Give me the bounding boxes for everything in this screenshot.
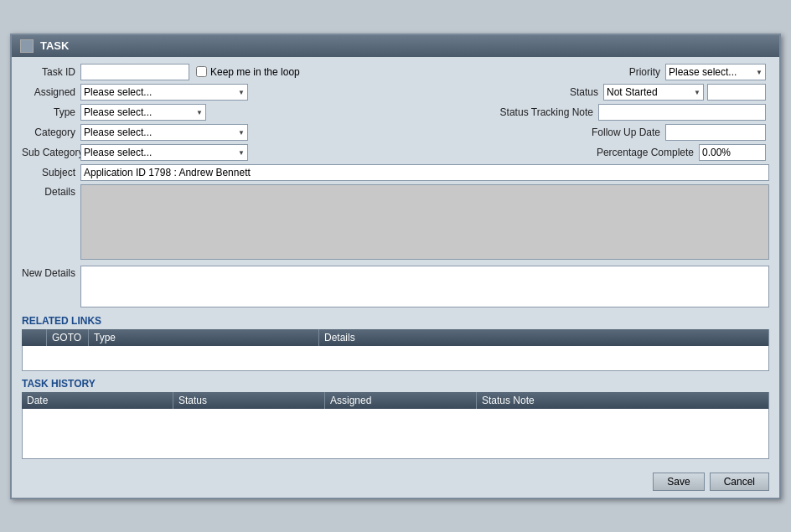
row-new-details: New Details: [22, 266, 769, 310]
form-body: Task ID Keep me in the loop Priority Ple…: [12, 57, 779, 466]
subject-input[interactable]: [80, 164, 769, 181]
details-label: Details: [22, 184, 80, 198]
new-details-label: New Details: [22, 266, 80, 279]
history-col-status: Status: [173, 392, 325, 409]
sub-category-select[interactable]: Please select...: [80, 144, 248, 161]
type-label: Type: [22, 106, 80, 118]
task-history-section-title: TASK HISTORY: [22, 378, 769, 390]
row-subcategory-percentage: Sub Category Please select... Percentage…: [22, 144, 769, 161]
cancel-button[interactable]: Cancel: [710, 473, 769, 491]
row-task-id-priority: Task ID Keep me in the loop Priority Ple…: [22, 64, 769, 80]
subject-label: Subject: [22, 167, 80, 178]
save-button[interactable]: Save: [653, 473, 704, 491]
type-select[interactable]: Please select...: [80, 104, 206, 121]
related-links-section-title: RELATED LINKS: [22, 315, 769, 327]
status-tracking-note-label: Status Tracking Note: [489, 106, 598, 118]
priority-label: Priority: [615, 66, 665, 78]
related-links-table: GOTO Type Details: [22, 329, 769, 371]
row-subject: Subject: [22, 164, 769, 181]
task-history-body: [22, 409, 769, 459]
task-window: TASK Task ID Keep me in the loop Priorit…: [10, 34, 781, 499]
status-label: Status: [553, 86, 603, 98]
row-assigned-status: Assigned Please select... Status Not Sta…: [22, 84, 769, 101]
follow-up-date-input[interactable]: [665, 124, 766, 141]
category-label: Category: [22, 127, 80, 138]
row-details: Details: [22, 184, 769, 262]
category-select[interactable]: Please select...: [80, 124, 248, 141]
status-tracking-note-input[interactable]: [598, 104, 766, 121]
sub-category-label: Sub Category: [22, 147, 80, 158]
related-links-col-2: Type: [89, 329, 319, 346]
percentage-complete-label: Percentage Complete: [590, 147, 699, 158]
task-history-header: Date Status Assigned Status Note: [22, 392, 769, 409]
status-extra-input[interactable]: [707, 84, 766, 101]
task-id-label: Task ID: [22, 66, 80, 78]
task-history-table: Date Status Assigned Status Note: [22, 392, 769, 459]
new-details-textarea[interactable]: [80, 266, 769, 307]
status-select[interactable]: Not Started: [603, 84, 704, 101]
history-col-status-note: Status Note: [477, 392, 769, 409]
window-title: TASK: [40, 39, 69, 52]
details-textarea[interactable]: [80, 184, 769, 260]
window-icon: [20, 39, 34, 53]
assigned-label: Assigned: [22, 86, 80, 98]
task-id-input[interactable]: [80, 64, 189, 80]
history-col-date: Date: [22, 392, 173, 409]
related-links-col-3: Details: [319, 329, 769, 346]
related-links-col-1: GOTO: [47, 329, 89, 346]
related-links-header: GOTO Type Details: [22, 329, 769, 346]
keep-in-loop-checkbox[interactable]: [196, 66, 207, 77]
keep-in-loop-label: Keep me in the loop: [210, 66, 300, 78]
footer: Save Cancel: [12, 466, 779, 498]
row-category-followup: Category Please select... Follow Up Date: [22, 124, 769, 141]
priority-select[interactable]: Please select...: [665, 64, 766, 80]
percentage-complete-input[interactable]: [699, 144, 766, 161]
row-type-status-note: Type Please select... Status Tracking No…: [22, 104, 769, 121]
title-bar: TASK: [12, 35, 779, 57]
assigned-select[interactable]: Please select...: [80, 84, 248, 101]
history-col-assigned: Assigned: [325, 392, 477, 409]
follow-up-date-label: Follow Up Date: [556, 127, 665, 138]
related-links-body: [22, 346, 769, 371]
related-links-col-0: [22, 329, 47, 346]
